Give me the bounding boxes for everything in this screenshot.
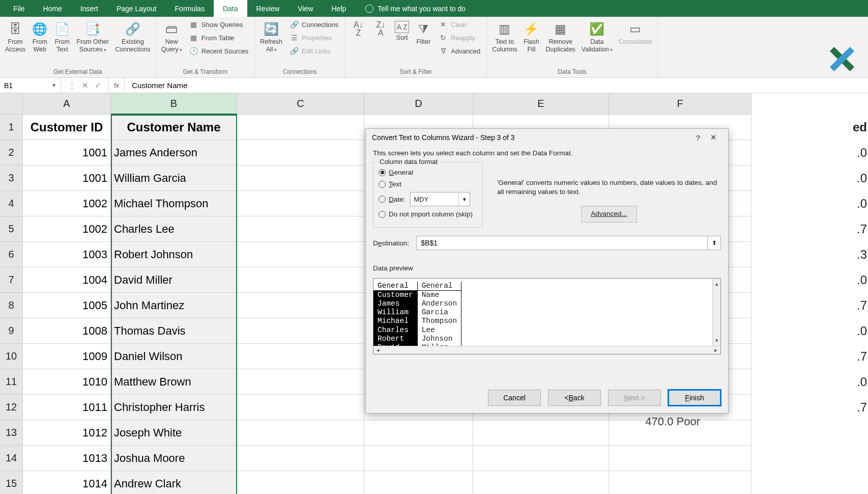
- properties-button[interactable]: ☰Properties: [287, 32, 340, 43]
- remove-duplicates-button[interactable]: ▦Remove Duplicates: [544, 19, 576, 56]
- cell[interactable]: 1005: [23, 293, 111, 318]
- cell[interactable]: Christopher Harris: [111, 395, 237, 420]
- cell[interactable]: David Miller: [111, 267, 237, 293]
- radio-date[interactable]: Date: MDY▼: [379, 192, 477, 206]
- row-header[interactable]: 4: [0, 191, 23, 216]
- data-validation-button[interactable]: ✅Data Validation: [581, 19, 614, 56]
- show-queries-button[interactable]: ▦Show Queries: [187, 19, 251, 30]
- help-icon[interactable]: ?: [691, 130, 705, 145]
- cell[interactable]: Joshua Moore: [111, 446, 237, 471]
- name-box[interactable]: B1▼: [0, 78, 61, 93]
- tab-file[interactable]: File: [4, 0, 34, 17]
- from-other-sources-button[interactable]: 📑From Other Sources: [75, 19, 110, 56]
- advanced-filter-button[interactable]: ∇Advanced: [437, 45, 482, 57]
- cell[interactable]: 1004: [23, 267, 111, 293]
- cell[interactable]: Daniel Wilson: [111, 344, 237, 369]
- cell[interactable]: [237, 318, 364, 344]
- cell[interactable]: James Anderson: [111, 140, 237, 166]
- cell[interactable]: [237, 166, 364, 191]
- row-header[interactable]: 1: [0, 115, 23, 140]
- fx-icon[interactable]: fx: [109, 78, 125, 93]
- tab-review[interactable]: Review: [247, 0, 289, 17]
- col-header-B[interactable]: B: [111, 93, 237, 115]
- tab-view[interactable]: View: [288, 0, 322, 17]
- cell[interactable]: [473, 446, 609, 471]
- tab-page-layout[interactable]: Page Layout: [107, 0, 166, 17]
- cell[interactable]: [473, 471, 609, 494]
- cell[interactable]: [237, 242, 364, 267]
- row-header[interactable]: 7: [0, 267, 23, 293]
- cell[interactable]: [237, 344, 364, 369]
- radio-skip[interactable]: Do not import column (skip): [379, 210, 477, 218]
- cell[interactable]: Charles Lee: [111, 216, 237, 242]
- radio-general[interactable]: General: [379, 169, 477, 176]
- accept-formula-icon[interactable]: ✓: [95, 81, 101, 90]
- tab-data[interactable]: Data: [214, 0, 247, 17]
- radio-text[interactable]: Text: [379, 180, 477, 188]
- cell[interactable]: 1009: [23, 344, 111, 369]
- finish-button[interactable]: Finish: [668, 390, 721, 406]
- cell[interactable]: [237, 293, 364, 318]
- cell[interactable]: [237, 420, 364, 446]
- cell[interactable]: 1001: [23, 166, 111, 191]
- close-icon[interactable]: ✕: [705, 130, 722, 145]
- edit-links-button[interactable]: 🔗Edit Links: [287, 45, 340, 57]
- row-header[interactable]: 11: [0, 369, 23, 395]
- row-header[interactable]: 9: [0, 318, 23, 344]
- cell[interactable]: [609, 471, 751, 494]
- cell[interactable]: 1002: [23, 191, 111, 216]
- row-header[interactable]: 6: [0, 242, 23, 267]
- cell[interactable]: [364, 471, 473, 494]
- cell[interactable]: Customer Name: [111, 115, 237, 140]
- preview-col-header[interactable]: General: [373, 282, 417, 291]
- cell[interactable]: Customer ID: [23, 115, 111, 140]
- existing-connections-button[interactable]: 🔗Existing Connections: [114, 19, 152, 56]
- cell[interactable]: 1010: [23, 369, 111, 395]
- preview-col-header[interactable]: General: [417, 282, 461, 291]
- col-header-C[interactable]: C: [237, 93, 364, 115]
- cell[interactable]: 1012: [23, 420, 111, 446]
- cell[interactable]: [237, 115, 364, 140]
- cell[interactable]: Michael Thompson: [111, 191, 237, 216]
- tab-help[interactable]: Help: [323, 0, 356, 17]
- tab-home[interactable]: Home: [34, 0, 71, 17]
- advanced-button[interactable]: Advanced...: [581, 206, 636, 222]
- range-picker-icon[interactable]: ⬆: [708, 236, 721, 250]
- date-format-combo[interactable]: MDY▼: [410, 192, 470, 206]
- sort-az-button[interactable]: A↓Z: [349, 19, 367, 39]
- cell[interactable]: 1003: [23, 242, 111, 267]
- tab-insert[interactable]: Insert: [71, 0, 107, 17]
- cell[interactable]: Andrew Clark: [111, 471, 237, 494]
- dialog-titlebar[interactable]: Convert Text to Columns Wizard - Step 3 …: [366, 129, 728, 146]
- tab-formulas[interactable]: Formulas: [166, 0, 214, 17]
- cell[interactable]: [237, 216, 364, 242]
- cell[interactable]: [364, 420, 473, 446]
- cell[interactable]: [237, 471, 364, 494]
- cell[interactable]: 1002: [23, 216, 111, 242]
- cell[interactable]: John Martinez: [111, 293, 237, 318]
- tell-me[interactable]: Tell me what you want to do: [365, 0, 466, 17]
- cell[interactable]: William Garcia: [111, 166, 237, 191]
- row-header[interactable]: 3: [0, 166, 23, 191]
- recent-sources-button[interactable]: 🕑Recent Sources: [187, 45, 251, 57]
- cell[interactable]: 1001: [23, 140, 111, 166]
- back-button[interactable]: < Back: [548, 390, 601, 406]
- row-header[interactable]: 13: [0, 420, 23, 446]
- row-header[interactable]: 8: [0, 293, 23, 318]
- from-text-button[interactable]: 📄From Text: [53, 19, 71, 56]
- cancel-button[interactable]: Cancel: [488, 390, 541, 406]
- formula-input[interactable]: Customer Name: [125, 78, 868, 93]
- row-header[interactable]: 12: [0, 395, 23, 420]
- text-to-columns-button[interactable]: ▥Text to Columns: [491, 19, 518, 56]
- cell[interactable]: Matthew Brown: [111, 369, 237, 395]
- sort-za-button[interactable]: Z↓A: [371, 19, 390, 39]
- cell[interactable]: 1013: [23, 446, 111, 471]
- col-header-A[interactable]: A: [23, 93, 111, 115]
- cell[interactable]: [609, 446, 751, 471]
- cancel-formula-icon[interactable]: ✕: [82, 81, 89, 90]
- row-header[interactable]: 2: [0, 140, 23, 166]
- preview-scrollbar-h[interactable]: ◂▸: [373, 346, 720, 354]
- reapply-button[interactable]: ↻Reapply: [437, 32, 482, 43]
- refresh-all-button[interactable]: 🔄Refresh All: [259, 19, 283, 56]
- col-header-F[interactable]: F: [609, 93, 751, 115]
